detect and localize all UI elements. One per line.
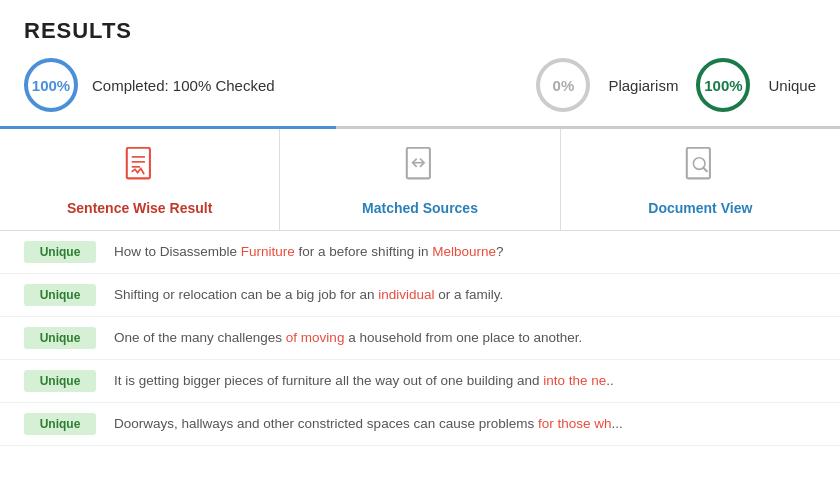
tabs-row: Sentence Wise Result Matched Sources Doc… xyxy=(0,129,840,231)
result-text: Doorways, hallways and other constricted… xyxy=(114,415,623,434)
results-top-bar: 100% Completed: 100% Checked 0% Plagiari… xyxy=(24,58,816,112)
unique-circle: 100% xyxy=(696,58,750,112)
completed-label: Completed: 100% Checked xyxy=(92,77,275,94)
tab-document-view-label: Document View xyxy=(648,200,752,216)
result-row: Unique Shifting or relocation can be a b… xyxy=(0,274,840,317)
plagiarism-circle: 0% xyxy=(536,58,590,112)
unique-badge: Unique xyxy=(24,413,96,435)
unique-badge: Unique xyxy=(24,327,96,349)
svg-rect-0 xyxy=(126,148,149,179)
left-stats: 100% Completed: 100% Checked xyxy=(24,58,275,112)
tab-matched-sources[interactable]: Matched Sources xyxy=(280,129,560,230)
result-text: Shifting or relocation can be a big job … xyxy=(114,286,503,305)
completed-circle: 100% xyxy=(24,58,78,112)
unique-badge: Unique xyxy=(24,241,96,263)
unique-badge: Unique xyxy=(24,370,96,392)
tab-sentence-wise-label: Sentence Wise Result xyxy=(67,200,212,216)
svg-point-7 xyxy=(694,158,706,170)
tab-document-view[interactable]: Document View xyxy=(561,129,840,230)
unique-label: Unique xyxy=(768,77,816,94)
svg-line-8 xyxy=(704,168,708,172)
result-text: One of the many challenges of moving a h… xyxy=(114,329,582,348)
unique-badge: Unique xyxy=(24,284,96,306)
result-row: Unique One of the many challenges of mov… xyxy=(0,317,840,360)
page-title: RESULTS xyxy=(24,18,816,44)
plagiarism-label: Plagiarism xyxy=(608,77,678,94)
result-text: How to Disassemble Furniture for a befor… xyxy=(114,243,503,262)
result-row: Unique Doorways, hallways and other cons… xyxy=(0,403,840,446)
document-arrows-icon xyxy=(401,147,439,192)
results-section: RESULTS 100% Completed: 100% Checked 0% … xyxy=(0,0,840,112)
svg-rect-6 xyxy=(687,148,710,179)
tab-matched-sources-label: Matched Sources xyxy=(362,200,478,216)
result-row: Unique It is getting bigger pieces of fu… xyxy=(0,360,840,403)
document-lines-icon xyxy=(121,147,159,192)
result-text: It is getting bigger pieces of furniture… xyxy=(114,372,614,391)
right-stats: 0% Plagiarism 100% Unique xyxy=(536,58,816,112)
document-search-icon xyxy=(681,147,719,192)
result-row: Unique How to Disassemble Furniture for … xyxy=(0,231,840,274)
results-list: Unique How to Disassemble Furniture for … xyxy=(0,231,840,446)
tab-sentence-wise[interactable]: Sentence Wise Result xyxy=(0,129,280,230)
